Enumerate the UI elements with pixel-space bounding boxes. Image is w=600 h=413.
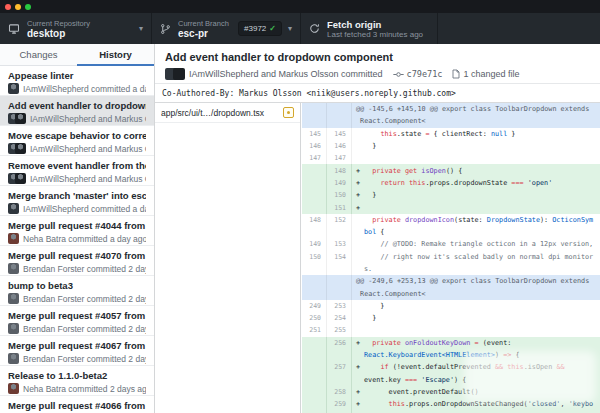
diff-hunk-header[interactable]: @@ -249,6 +253,13 @@ export class Toolba… bbox=[302, 275, 600, 287]
commit-item-meta: Brendan Forster committed 2 days ago bbox=[8, 263, 146, 274]
commit-list-item[interactable]: Appease linterIAmWillShepherd committed … bbox=[0, 66, 154, 96]
diff-line-content: if (!event.defaultPrevented && this.isOp… bbox=[364, 363, 600, 371]
diff-context-line[interactable]: 250254 } bbox=[302, 312, 600, 324]
diff-line-marker: + bbox=[352, 191, 364, 199]
fetch-origin-button[interactable]: Fetch origin Last fetched 3 minutes ago bbox=[301, 13, 438, 44]
commit-item-authors: IAmWillShepherd committed a day ago bbox=[23, 84, 146, 94]
new-line-number: 146 bbox=[327, 140, 352, 152]
commit-item-meta: IAmWillShepherd and Markus Olsson… bbox=[8, 143, 146, 154]
diff-context-line[interactable]: 146146 } bbox=[302, 140, 600, 152]
diff-added-line[interactable]: React.KeyboardEvent<HTMLElement>) => { bbox=[302, 349, 600, 361]
diff-line-marker: + bbox=[352, 167, 364, 175]
old-line-number bbox=[302, 164, 327, 176]
diff-line-content: React.Component< bbox=[352, 290, 600, 298]
diff-context-line[interactable]: 251255 bbox=[302, 324, 600, 336]
commit-list-item[interactable]: Merge pull request #4067 from desk…Brend… bbox=[0, 336, 154, 366]
diff-added-line[interactable]: 148+ private get isOpen() { bbox=[302, 164, 600, 176]
minimize-window-button[interactable] bbox=[15, 4, 21, 10]
current-branch-button[interactable]: Current Branch esc-pr #3972 ✓ ▾ bbox=[152, 13, 301, 44]
old-line-number bbox=[302, 374, 327, 386]
diff-context-line[interactable]: bol { bbox=[302, 226, 600, 238]
commit-item-title: Merge pull request #4044 from des… bbox=[8, 220, 146, 231]
commit-item-title: bump to beta3 bbox=[8, 280, 146, 291]
commit-list-item[interactable]: Merge pull request #4070 from desk…Brend… bbox=[0, 246, 154, 276]
diff-line-content: @@ -145,6 +145,10 @@ export class Toolba… bbox=[352, 105, 600, 113]
diff-line-content: } bbox=[364, 142, 600, 150]
fetch-origin-label: Fetch origin bbox=[327, 19, 429, 30]
avatar bbox=[15, 113, 26, 124]
new-line-number: 258 bbox=[327, 386, 352, 398]
sync-icon bbox=[309, 23, 320, 34]
new-line-number: 151 bbox=[327, 201, 352, 213]
diff-context-line[interactable]: 149153 // @TODO: Remake triangle octicon… bbox=[302, 238, 600, 250]
file-path: app/src/ui/t…/dropdown.tsx bbox=[161, 108, 279, 118]
commit-item-authors: Brendan Forster committed 2 days ago bbox=[23, 264, 146, 274]
diff-added-line[interactable]: 257+ if (!event.defaultPrevented && this… bbox=[302, 361, 600, 373]
diff-context-line[interactable]: 145145 this.state = { clientRect: null } bbox=[302, 128, 600, 140]
new-line-number bbox=[327, 115, 352, 127]
old-line-number bbox=[302, 201, 327, 213]
diff-context-line[interactable]: s. bbox=[302, 263, 600, 275]
file-list-item[interactable]: app/src/ui/t…/dropdown.tsx bbox=[155, 103, 300, 123]
pr-status-badge[interactable]: #3972 ✓ bbox=[238, 21, 282, 36]
commit-item-authors: Brendan Forster committed 2 days ago bbox=[23, 294, 146, 304]
changed-files-list: app/src/ui/t…/dropdown.tsx bbox=[155, 103, 301, 413]
avatar bbox=[173, 68, 185, 80]
commit-list-item[interactable]: Move escape behavior to correct co…IAmWi… bbox=[0, 126, 154, 156]
old-line-number: 149 bbox=[302, 238, 327, 250]
diff-added-line[interactable]: 256+ private onFoldoutKeyDown = (event: bbox=[302, 337, 600, 349]
diff-added-line[interactable]: 149+ return this.props.dropdownState ===… bbox=[302, 177, 600, 189]
commit-sha[interactable]: c79e71c bbox=[407, 69, 443, 79]
commit-list-item[interactable]: Release to 1.1.0-beta2Neha Batra committ… bbox=[0, 366, 154, 396]
diff-context-line[interactable]: 148152 private dropdownIcon(state: Dropd… bbox=[302, 214, 600, 226]
diff-added-line[interactable]: event.key === 'Escape') { bbox=[302, 374, 600, 386]
commit-title: Add event handler to dropdown component bbox=[165, 51, 590, 63]
history-commit-list: Appease linterIAmWillShepherd committed … bbox=[0, 66, 155, 413]
diff-added-line[interactable]: 151+ bbox=[302, 201, 600, 213]
commit-list-item[interactable]: Merge pull request #4044 from des…Neha B… bbox=[0, 216, 154, 246]
commit-list-item[interactable]: Merge pull request #4057 from desk…Brend… bbox=[0, 306, 154, 336]
current-branch-value: esc-pr bbox=[178, 28, 232, 39]
diff-line-content: private dropdownIcon(state: DropdownStat… bbox=[364, 216, 600, 224]
diff-hunk-header[interactable]: React.Component< bbox=[302, 287, 600, 299]
old-line-number bbox=[302, 337, 327, 349]
diff-view[interactable]: @@ -145,6 +145,10 @@ export class Toolba… bbox=[302, 103, 600, 413]
new-line-number: 150 bbox=[327, 189, 352, 201]
current-repository-button[interactable]: Current Repository desktop ▾ bbox=[0, 13, 152, 44]
diff-context-line[interactable]: 147147 bbox=[302, 152, 600, 164]
commit-item-meta: IAmWillShepherd committed a day ago bbox=[8, 203, 146, 214]
commit-list-item[interactable]: bump to beta3Brendan Forster committed 2… bbox=[0, 276, 154, 306]
old-line-number bbox=[302, 349, 327, 361]
diff-added-line[interactable]: 259+ this.props.onDropdownStateChanged('… bbox=[302, 398, 600, 410]
diff-hunk-header[interactable]: React.Component< bbox=[302, 115, 600, 127]
diff-context-line[interactable]: 249253 } bbox=[302, 300, 600, 312]
avatar bbox=[8, 383, 19, 394]
changed-files-count: 1 changed file bbox=[463, 69, 519, 79]
diff-line-content: @@ -249,6 +253,13 @@ export class Toolba… bbox=[352, 277, 600, 285]
diff-added-line[interactable]: 258+ event.preventDefault() bbox=[302, 386, 600, 398]
commit-list-item[interactable]: Merge pull request #4066 from des… bbox=[0, 396, 154, 413]
current-branch-label: Current Branch bbox=[178, 19, 232, 28]
old-line-number: 145 bbox=[302, 128, 327, 140]
close-window-button[interactable] bbox=[5, 4, 11, 10]
new-line-number bbox=[327, 275, 352, 287]
commit-list-item[interactable]: Add event handler to dropdown com…IAmWil… bbox=[0, 96, 154, 126]
diff-line-content: event.preventDefault() bbox=[364, 388, 600, 396]
diff-added-line[interactable]: 150+ } bbox=[302, 189, 600, 201]
commit-item-title: Appease linter bbox=[8, 70, 146, 81]
diff-line-content: React.KeyboardEvent<HTMLElement>) => { bbox=[364, 351, 600, 359]
old-line-number: 147 bbox=[302, 152, 327, 164]
avatar bbox=[8, 83, 19, 94]
tab-history[interactable]: History bbox=[77, 44, 154, 65]
old-line-number bbox=[302, 103, 327, 115]
diff-hunk-header[interactable]: @@ -145,6 +145,10 @@ export class Toolba… bbox=[302, 103, 600, 115]
new-line-number: 154 bbox=[327, 251, 352, 263]
tab-changes[interactable]: Changes bbox=[0, 44, 77, 65]
commit-list-item[interactable]: Remove event handler from the bran…IAmWi… bbox=[0, 156, 154, 186]
diff-line-content: this.props.onDropdownStateChanged('close… bbox=[364, 400, 600, 408]
sidebar-tabs: ChangesHistory bbox=[0, 44, 155, 66]
commit-list-item[interactable]: Merge branch 'master' into esc-prIAmWill… bbox=[0, 186, 154, 216]
old-line-number bbox=[302, 263, 327, 275]
zoom-window-button[interactable] bbox=[25, 4, 31, 10]
diff-context-line[interactable]: 150154 // right now it's scaled badly on… bbox=[302, 251, 600, 263]
